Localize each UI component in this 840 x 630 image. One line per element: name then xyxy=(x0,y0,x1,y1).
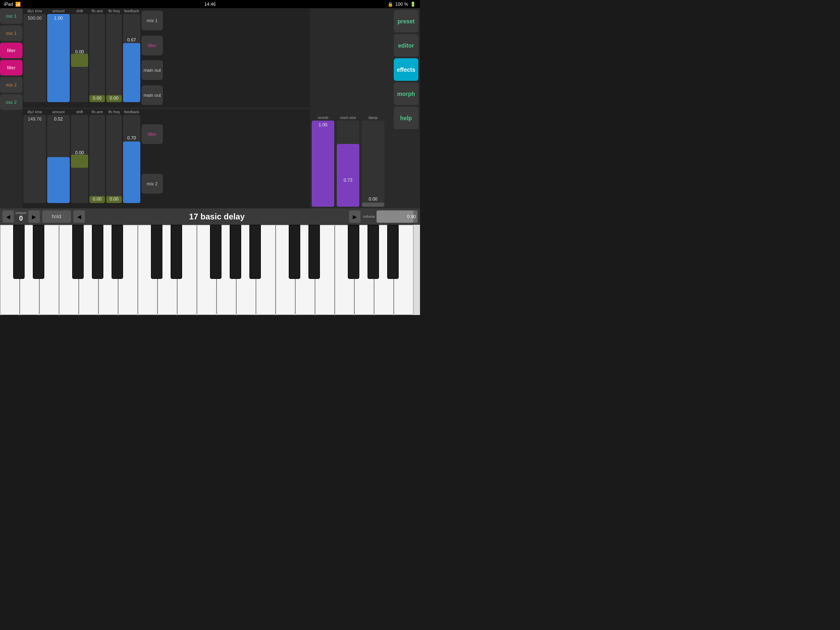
black-key-1-1[interactable] xyxy=(171,225,182,279)
filter1-button[interactable]: filter xyxy=(0,43,23,58)
delay1-feedback-label: feedback xyxy=(124,9,139,13)
delay-sections: dly1 time 500.00 amount 1.00 shift 0.00 xyxy=(23,8,310,208)
preset-display: 17 basic delay xyxy=(87,212,347,221)
damp-value: 0.00 xyxy=(362,196,384,201)
ipad-label: iPad xyxy=(4,2,13,7)
delay2-lfofreq-label: lfo freq xyxy=(108,110,120,114)
effects-nav-button[interactable]: effects xyxy=(394,58,418,81)
black-key-1-3[interactable] xyxy=(210,225,221,279)
delay2-time-value: 149.76 xyxy=(28,116,42,121)
preset-prev-button[interactable]: ◀ xyxy=(73,210,85,223)
roomsize-label: room size xyxy=(340,116,356,120)
black-key-0-1[interactable] xyxy=(33,225,44,279)
black-key-1-4[interactable] xyxy=(230,225,241,279)
black-key-1-0[interactable] xyxy=(151,225,162,279)
mainout1-button[interactable]: main out xyxy=(142,60,163,80)
reverb-col: reverb 1.00 xyxy=(312,116,334,207)
reverb-label: reverb xyxy=(318,116,329,120)
delay2-shift-label: shift xyxy=(76,110,83,114)
main-area: osc 1 mix 1 filter filter mix 2 osc 2 dl… xyxy=(0,8,420,208)
black-key-2-0[interactable] xyxy=(289,225,300,279)
reverb-area: reverb 1.00 room size 0.73 damp 0. xyxy=(310,8,392,208)
delay2-lfoamt-value: 0.00 xyxy=(89,196,105,201)
help-nav-button[interactable]: help xyxy=(394,107,418,129)
delay2-time-col: dly2 time 149.76 xyxy=(23,110,46,208)
wifi-icon: 📶 xyxy=(15,2,21,7)
delay2-amount-label: amount xyxy=(52,110,64,114)
hold-button[interactable]: hold xyxy=(42,210,71,223)
morph-nav-button[interactable]: morph xyxy=(394,82,418,105)
roomsize-slider[interactable]: 0.73 xyxy=(337,121,359,207)
mix1-button[interactable]: mix 1 xyxy=(0,25,23,41)
filter2-side-button[interactable]: filter xyxy=(142,124,163,144)
octave-value: 0 xyxy=(19,215,23,222)
delay1-time-display[interactable]: 500.00 xyxy=(23,14,46,102)
delay2-lfofreq-slider[interactable]: 0.00 xyxy=(106,115,122,203)
preset-name: basic delay xyxy=(201,212,245,221)
delay1-amount-slider[interactable]: 1.00 xyxy=(47,14,70,102)
delay1-time-col: dly1 time 500.00 xyxy=(23,9,46,107)
delay1-lfoamt-col: lfo amt 0.00 xyxy=(89,9,105,107)
delay1-shift-slider[interactable]: 0.00 xyxy=(71,14,88,102)
delay1-shift-value: 0.00 xyxy=(71,49,88,54)
mix1-top-button[interactable]: mix 1 xyxy=(142,11,163,30)
time-display: 14:46 xyxy=(204,2,216,7)
delay2-shift-slider[interactable]: 0.00 xyxy=(71,115,88,203)
left-nav: osc 1 mix 1 filter filter mix 2 osc 2 xyxy=(0,8,23,208)
delay1-feedback-slider[interactable]: 0.67 xyxy=(123,14,140,102)
black-key-2-5[interactable] xyxy=(387,225,399,279)
delay2-shift-col: shift 0.00 xyxy=(71,110,88,208)
delay1-time-label: dly1 time xyxy=(27,9,42,13)
delay1-amount-col: amount 1.00 xyxy=(47,9,70,107)
osc1-button[interactable]: osc 1 xyxy=(0,8,23,24)
filter1-side-button[interactable]: filter xyxy=(142,36,163,55)
delay1-lfoamt-slider[interactable]: 0.00 xyxy=(89,14,105,102)
octave-down-button[interactable]: ◀ xyxy=(2,210,14,223)
delay1-section: dly1 time 500.00 amount 1.00 shift 0.00 xyxy=(23,8,310,107)
damp-col: damp 0.00 xyxy=(362,116,384,207)
black-key-2-3[interactable] xyxy=(348,225,359,279)
delay2-lfoamt-slider[interactable]: 0.00 xyxy=(89,115,105,203)
delay2-time-label: dly2 time xyxy=(27,110,42,114)
mix2-bottom-button[interactable]: mix 2 xyxy=(142,174,163,194)
octave-up-button[interactable]: ▶ xyxy=(28,210,40,223)
volume-value: 0.90 xyxy=(407,214,416,219)
preset-next-button[interactable]: ▶ xyxy=(349,210,361,223)
preset-section: ◀ 17 basic delay ▶ xyxy=(73,210,361,223)
delay2-feedback-slider[interactable]: 0.70 xyxy=(123,115,140,203)
delay1-amount-label: amount xyxy=(52,9,64,13)
mix2-button[interactable]: mix 2 xyxy=(0,77,23,93)
black-key-0-5[interactable] xyxy=(112,225,123,279)
black-key-0-3[interactable] xyxy=(72,225,84,279)
delay2-lfofreq-col: lfo freq 0.00 xyxy=(106,110,122,208)
black-key-2-4[interactable] xyxy=(368,225,379,279)
volume-slider[interactable]: 0.90 xyxy=(377,210,418,223)
delay2-lfoamt-label: lfo amt xyxy=(91,110,103,114)
black-key-2-1[interactable] xyxy=(308,225,320,279)
damp-slider[interactable]: 0.00 xyxy=(362,121,384,207)
editor-nav-button[interactable]: editor xyxy=(394,34,418,57)
delay1-lfoamt-value: 0.00 xyxy=(89,96,105,100)
reverb-slider[interactable]: 1.00 xyxy=(312,121,334,207)
delay2-amount-slider[interactable]: 0.52 xyxy=(47,115,70,203)
delay1-lfofreq-col: lfo freq 0.00 xyxy=(106,9,122,107)
black-key-0-0[interactable] xyxy=(13,225,25,279)
black-key-0-4[interactable] xyxy=(92,225,103,279)
delay1-shift-label: shift xyxy=(76,9,83,13)
volume-section: volume 0.90 xyxy=(363,210,418,223)
preset-nav-button[interactable]: preset xyxy=(394,10,418,32)
delay1-lfofreq-slider[interactable]: 0.00 xyxy=(106,14,122,102)
delay2-feedback-col: feedback 0.70 xyxy=(123,110,140,208)
delay2-time-display[interactable]: 149.76 xyxy=(23,115,46,203)
roomsize-col: room size 0.73 xyxy=(337,116,359,207)
delay1-lfofreq-value: 0.00 xyxy=(106,96,122,100)
osc2-button[interactable]: osc 2 xyxy=(0,94,23,110)
black-key-1-5[interactable] xyxy=(249,225,261,279)
mainout2-button[interactable]: main out xyxy=(142,85,163,105)
filter2-button[interactable]: filter xyxy=(0,60,23,75)
damp-label: damp xyxy=(368,116,378,120)
delay1-amount-value: 1.00 xyxy=(47,16,70,21)
preset-number: 17 xyxy=(189,212,198,221)
delay1-mix-buttons: mix 1 filter main out main out xyxy=(142,9,163,107)
right-nav: preset editor effects morph help xyxy=(392,8,420,208)
